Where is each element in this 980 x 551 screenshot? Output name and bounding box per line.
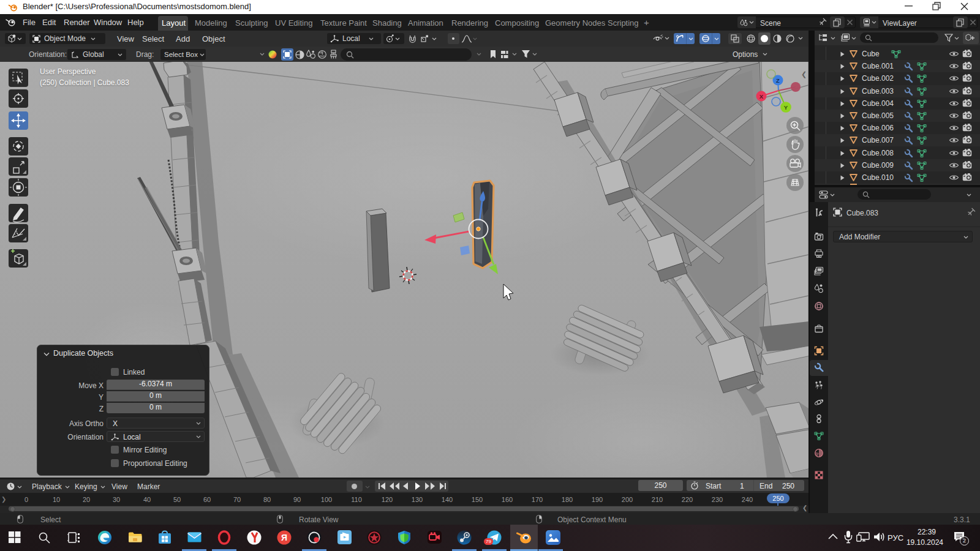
svg-text:Y: Y	[784, 104, 788, 111]
svg-text:X: X	[760, 93, 764, 100]
svg-text:Z: Z	[776, 77, 780, 84]
svg-text:Я: Я	[281, 533, 287, 542]
